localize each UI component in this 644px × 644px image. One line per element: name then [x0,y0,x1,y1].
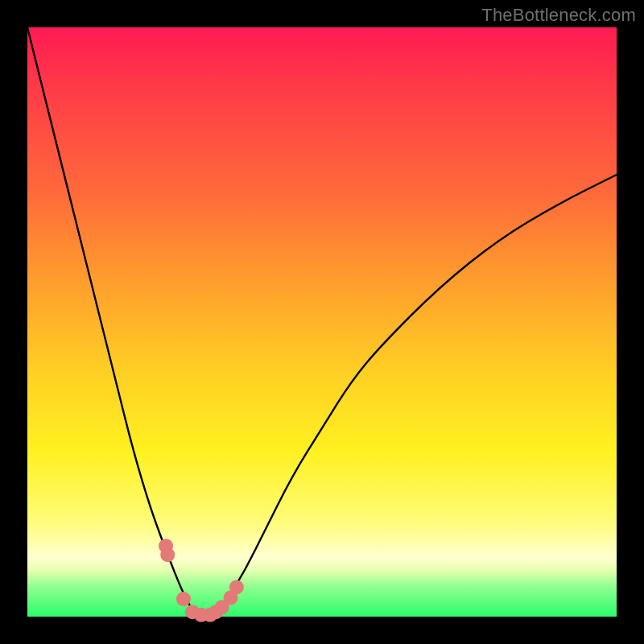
highlight-dot [160,547,175,562]
chart-frame: TheBottleneck.com [0,0,644,644]
bottleneck-curve [27,27,617,617]
plot-area [27,27,617,617]
highlight-dots [159,539,244,622]
watermark-text: TheBottleneck.com [481,5,636,26]
highlight-dot [176,592,191,606]
curve-layer [27,27,617,617]
highlight-dot [229,580,244,594]
